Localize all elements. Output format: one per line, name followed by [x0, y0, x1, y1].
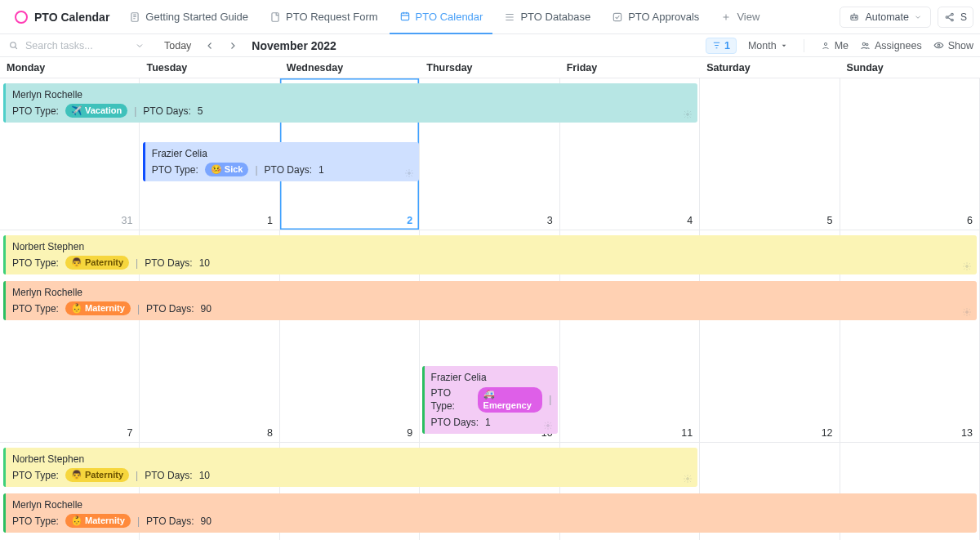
tab-pto-approvals[interactable]: PTO Approvals: [602, 0, 709, 34]
assignees-label: Assignees: [875, 40, 922, 51]
search-input[interactable]: [24, 39, 114, 52]
day-number: 5: [827, 215, 833, 226]
event-person-name: Norbert Stephen: [12, 453, 691, 466]
chevron-down-icon: [914, 13, 922, 21]
pto-type-label: PTO Type:: [12, 515, 59, 528]
pto-type-chip: 🤒 Sick: [205, 163, 249, 176]
svg-point-6: [856, 16, 857, 17]
view-mode[interactable]: Month: [748, 40, 787, 51]
pto-type-label: PTO Type:: [152, 163, 198, 176]
settings-icon[interactable]: [962, 307, 972, 317]
svg-point-9: [951, 19, 954, 21]
calendar-day[interactable]: 6: [840, 78, 980, 230]
pto-type-label: PTO Type:: [12, 469, 59, 482]
tab-label: PTO Database: [520, 11, 590, 23]
pto-type-chip: 👶 Maternity: [65, 301, 131, 315]
day-number: 7: [127, 427, 132, 439]
svg-point-18: [966, 311, 969, 314]
pto-days-value: 90: [200, 302, 211, 315]
svg-point-13: [866, 43, 867, 45]
day-header: Friday: [560, 57, 700, 78]
pto-type-chip: 🚑 Emergency: [478, 387, 543, 413]
tab-request-form[interactable]: PTO Request Form: [260, 0, 387, 34]
search[interactable]: [3, 39, 118, 52]
event-person-name: Merlyn Rochelle: [12, 498, 970, 511]
show-menu[interactable]: Show: [933, 40, 973, 51]
search-icon: [8, 40, 19, 51]
event-person-name: Merlyn Rochelle: [12, 286, 970, 299]
calendar-event[interactable]: Norbert Stephen PTO Type: 👨 Paternity | …: [3, 235, 977, 274]
automate-button[interactable]: Automate: [840, 7, 931, 28]
day-header: Tuesday: [140, 57, 279, 78]
calendar-week: 7 8 9 10 11 12 13 Norbert Stephen PTO Ty…: [0, 230, 980, 443]
settings-icon[interactable]: [683, 474, 693, 484]
calendar-event[interactable]: Frazier Celia PTO Type: 🚑 Emergency |PTO…: [422, 366, 559, 434]
svg-point-17: [966, 266, 969, 268]
logo-icon: [15, 11, 28, 24]
add-view-label: View: [737, 11, 760, 23]
pto-type-label: PTO Type:: [12, 257, 59, 270]
calendar-event[interactable]: Merlyn Rochelle PTO Type: 👶 Maternity | …: [3, 493, 977, 533]
settings-icon[interactable]: [404, 168, 414, 178]
calendar-event[interactable]: Merlyn Rochelle PTO Type: ✈️ Vacation | …: [3, 83, 697, 123]
svg-point-16: [408, 172, 410, 175]
share-icon: [944, 11, 956, 23]
calendar-week: Norbert Stephen PTO Type: 👨 Paternity | …: [0, 443, 980, 540]
pto-type-chip: 👨 Paternity: [65, 256, 129, 270]
today-button[interactable]: Today: [161, 38, 194, 53]
share-button[interactable]: S: [938, 7, 973, 28]
day-header: Monday: [0, 57, 140, 78]
day-number: 2: [407, 215, 412, 226]
filter-badge[interactable]: 1: [706, 38, 737, 54]
calendar-event[interactable]: Merlyn Rochelle PTO Type: 👶 Maternity | …: [3, 281, 977, 320]
check-icon: [612, 11, 623, 23]
day-header: Saturday: [700, 57, 840, 78]
event-person-name: Merlyn Rochelle: [12, 88, 691, 101]
doc-icon: [129, 11, 140, 23]
day-number: 1: [267, 215, 273, 226]
calendar-event[interactable]: Frazier Celia PTO Type: 🤒 Sick | PTO Day…: [143, 142, 419, 181]
day-header: Sunday: [840, 57, 980, 78]
calendar-toolbar: Today November 2022 1 Month Me Assignees…: [0, 34, 980, 57]
tabs-bar: PTO Calendar Getting Started Guide PTO R…: [0, 0, 980, 34]
pto-days-label: PTO Days:: [145, 469, 192, 482]
pto-type-label: PTO Type:: [12, 105, 59, 118]
tab-getting-started[interactable]: Getting Started Guide: [119, 0, 258, 34]
pto-type-label: PTO Type:: [12, 302, 59, 315]
settings-icon[interactable]: [543, 421, 553, 431]
add-view[interactable]: View: [710, 0, 769, 34]
pto-type-chip: ✈️ Vacation: [65, 104, 127, 118]
pto-days-value: 5: [198, 105, 203, 118]
tab-pto-database[interactable]: PTO Database: [494, 0, 600, 34]
month-title: November 2022: [252, 39, 336, 52]
me-label: Me: [835, 40, 849, 51]
next-month[interactable]: [225, 38, 240, 53]
tab-label: PTO Request Form: [286, 11, 377, 23]
calendar-event[interactable]: Norbert Stephen PTO Type: 👨 Paternity | …: [3, 448, 697, 487]
pto-days-label: PTO Days:: [146, 302, 194, 315]
tab-pto-calendar[interactable]: PTO Calendar: [390, 0, 493, 34]
search-dropdown[interactable]: [135, 41, 145, 51]
day-number: 8: [267, 427, 273, 439]
svg-point-11: [824, 42, 826, 45]
pto-days-label: PTO Days:: [143, 105, 190, 118]
show-label: Show: [948, 40, 973, 51]
day-number: 9: [407, 427, 412, 439]
person-icon: [821, 41, 831, 51]
calendar-day-header: Monday Tuesday Wednesday Thursday Friday…: [0, 57, 980, 78]
settings-icon[interactable]: [683, 109, 693, 119]
settings-icon[interactable]: [962, 261, 972, 271]
me-filter[interactable]: Me: [821, 40, 849, 51]
calendar-day[interactable]: 5: [700, 78, 840, 230]
view-mode-label: Month: [748, 40, 777, 51]
svg-rect-2: [401, 13, 408, 20]
svg-point-7: [946, 16, 948, 18]
share-label-stub: S: [960, 11, 967, 23]
prev-month[interactable]: [203, 38, 217, 53]
pto-days-value: 10: [199, 469, 210, 482]
assignees-filter[interactable]: Assignees: [860, 40, 922, 51]
form-icon: [270, 11, 281, 23]
tab-label: PTO Approvals: [628, 11, 699, 23]
workspace-title[interactable]: PTO Calendar: [7, 7, 118, 27]
svg-point-15: [687, 114, 689, 116]
